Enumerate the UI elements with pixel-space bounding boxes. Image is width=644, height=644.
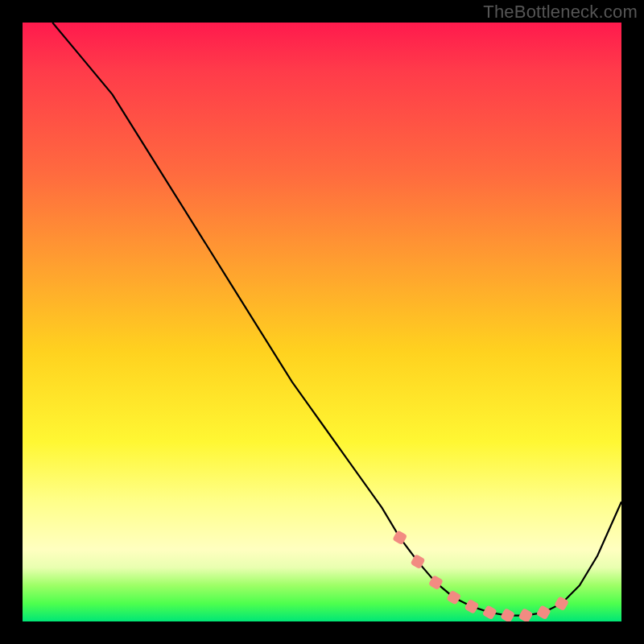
marker-point [428,575,444,590]
marker-point [518,608,533,621]
chart-frame: TheBottleneck.com [0,0,644,644]
plot-area [23,23,621,621]
marker-point [500,608,515,621]
marker-point [464,599,479,614]
marker-point [482,605,497,620]
highlight-markers [23,23,621,621]
marker-point [446,590,461,605]
marker-point [410,554,425,569]
marker-point [554,596,569,611]
watermark-text: TheBottleneck.com [483,2,638,23]
marker-point [536,605,551,620]
marker-point [392,530,407,545]
